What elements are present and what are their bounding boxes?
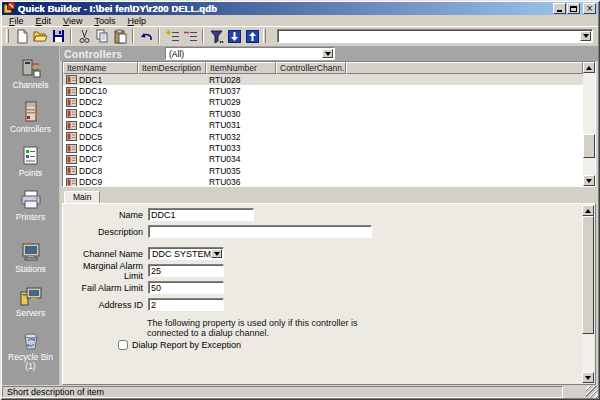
description-label: Description [63, 227, 148, 237]
tab-main[interactable]: Main [64, 191, 100, 203]
toolbar-separator [132, 29, 134, 43]
sidebar-item-controllers[interactable]: Controllers [2, 100, 59, 134]
toolbar-grip[interactable] [6, 29, 9, 43]
menu-view[interactable]: View [57, 16, 88, 26]
channel-name-select[interactable]: DDC SYSTEM [148, 247, 224, 260]
scrollbar-thumb[interactable] [582, 216, 594, 334]
toolbar-combobox[interactable] [277, 29, 593, 43]
sidebar-item-servers[interactable]: Servers [2, 284, 59, 318]
filter-icon [209, 29, 224, 44]
column-controllerchannel[interactable]: ControllerChann... [276, 62, 346, 74]
sidebar-item-printers[interactable]: Printers [2, 188, 59, 222]
fail-alarm-limit-field[interactable] [148, 281, 224, 294]
list-item[interactable]: DDC10 RTU037 [63, 85, 583, 96]
content-area: Controllers (All) ItemName ItemDescripti… [60, 46, 598, 385]
menu-edit[interactable]: Edit [30, 16, 58, 26]
save-button[interactable] [49, 28, 67, 44]
save-icon [51, 29, 66, 44]
controller-icon [66, 144, 77, 153]
minimize-icon [557, 10, 562, 12]
list-item[interactable]: DDC5 RTU032 [63, 131, 583, 142]
item-name: DDC6 [79, 143, 102, 153]
printers-icon [19, 188, 43, 212]
list-rows: DDC1 RTU028 DDC10 RTU037 DDC2 [63, 74, 583, 186]
address-id-label: Address ID [63, 300, 148, 310]
controller-icon [66, 121, 77, 130]
scroll-down-icon[interactable] [582, 372, 594, 383]
item-number: RTU029 [206, 97, 276, 107]
controller-icon [66, 155, 77, 164]
remove-item-button[interactable] [181, 28, 199, 44]
column-itemnumber[interactable]: ItemNumber [206, 62, 276, 74]
list-item[interactable]: DDC3 RTU030 [63, 108, 583, 119]
new-button[interactable] [13, 28, 31, 44]
scroll-up-icon[interactable] [582, 205, 594, 216]
close-icon: × [586, 5, 593, 13]
dialup-checkbox[interactable] [118, 340, 128, 350]
cut-button[interactable] [75, 28, 93, 44]
fail-alarm-limit-label: Fail Alarm Limit [63, 283, 148, 293]
toolbar-grip[interactable] [263, 29, 266, 43]
scroll-down-icon[interactable] [583, 175, 595, 186]
maximize-button[interactable] [567, 3, 580, 14]
list-item[interactable]: DDC8 RTU035 [63, 165, 583, 176]
menu-help[interactable]: Help [121, 16, 152, 26]
item-list: ItemName ItemDescription ItemNumber Cont… [62, 61, 596, 187]
controller-icon [66, 166, 77, 175]
marginal-alarm-limit-field[interactable] [148, 264, 224, 277]
sidebar-item-stations[interactable]: Stations [2, 240, 59, 274]
sidebar: Channels Controllers Points Printers Sta… [2, 46, 60, 385]
item-name: DDC2 [79, 97, 102, 107]
marginal-alarm-limit-label: Marginal Alarm Limit [63, 261, 148, 281]
list-item[interactable]: DDC9 RTU036 [63, 177, 583, 187]
window-title: Quick Builder - I:\bei fen\DY\r200 DELL.… [18, 3, 550, 14]
list-item[interactable]: DDC2 RTU029 [63, 97, 583, 108]
resize-grip[interactable] [586, 386, 598, 398]
chevron-down-icon[interactable] [211, 249, 222, 258]
list-item[interactable]: DDC7 RTU034 [63, 154, 583, 165]
tab-strip: Main [62, 191, 596, 203]
sidebar-item-channels[interactable]: Channels [2, 56, 59, 90]
name-field[interactable] [148, 208, 254, 221]
controller-icon [66, 178, 77, 187]
column-itemname[interactable]: ItemName [63, 62, 138, 74]
points-icon [19, 144, 43, 168]
menu-tools[interactable]: Tools [88, 16, 121, 26]
list-item[interactable]: DDC1 RTU028 [63, 74, 583, 85]
download-button[interactable] [225, 28, 243, 44]
list-item[interactable]: DDC4 RTU031 [63, 120, 583, 131]
list-scrollbar[interactable] [583, 62, 595, 186]
chevron-down-icon[interactable] [322, 49, 333, 58]
column-itemdescription[interactable]: ItemDescription [138, 62, 206, 74]
menu-file[interactable]: File [3, 16, 30, 26]
address-id-field[interactable] [148, 298, 224, 311]
close-button[interactable]: × [583, 3, 596, 14]
open-button[interactable] [31, 28, 49, 44]
scrollbar-thumb[interactable] [583, 134, 595, 158]
copy-icon [95, 29, 110, 44]
controller-icon [66, 98, 77, 107]
controller-icon [66, 132, 77, 141]
undo-button[interactable] [137, 28, 155, 44]
scroll-up-icon[interactable] [583, 62, 595, 73]
sidebar-item-recycle-bin[interactable]: Recycle Bin (1) [2, 328, 59, 371]
add-item-button[interactable] [163, 28, 181, 44]
paste-button[interactable] [111, 28, 129, 44]
filter-button[interactable] [207, 28, 225, 44]
app-window: Quick Builder - I:\bei fen\DY\r200 DELL.… [0, 0, 600, 400]
upload-icon [245, 29, 260, 44]
filter-combobox[interactable]: (All) [165, 47, 335, 60]
toolbar-separator [70, 29, 72, 43]
app-icon [4, 2, 15, 15]
controller-icon [66, 109, 77, 118]
chevron-down-icon[interactable] [580, 31, 591, 41]
sidebar-item-points[interactable]: Points [2, 144, 59, 178]
form-scrollbar[interactable] [582, 205, 594, 383]
copy-button[interactable] [93, 28, 111, 44]
minimize-button[interactable] [553, 3, 566, 14]
channel-name-label: Channel Name [63, 249, 148, 259]
upload-button[interactable] [243, 28, 261, 44]
item-name: DDC4 [79, 120, 102, 130]
description-field[interactable] [148, 225, 372, 238]
list-item[interactable]: DDC6 RTU033 [63, 142, 583, 153]
